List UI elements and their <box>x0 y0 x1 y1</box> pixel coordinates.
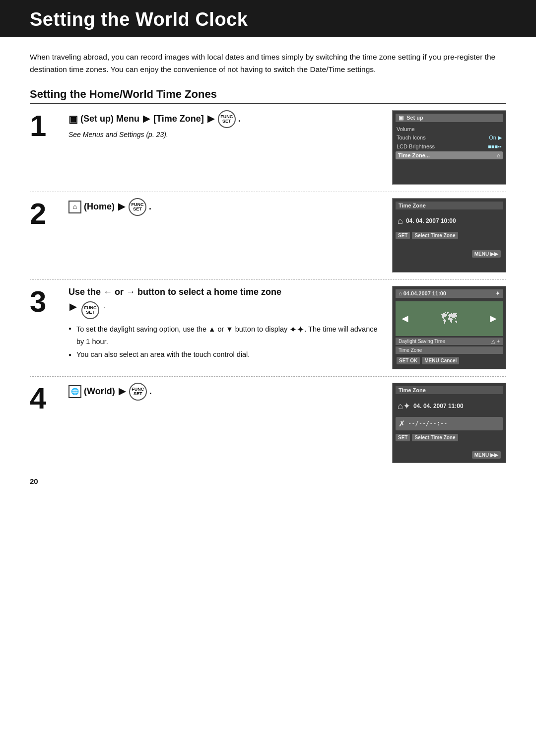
arrow-right-icon-2: ▶ <box>207 113 214 125</box>
scr3-cancel-btn: MENU Cancel <box>422 357 459 364</box>
step-3: 3 Use the ← or → button to select a home… <box>30 280 506 377</box>
scr2-buttons: SET Select Time Zone <box>396 231 503 240</box>
func-set-icon-2: FUNCSET <box>129 198 146 216</box>
func-set-icon-1: FUNCSET <box>218 110 236 128</box>
step-1: 1 ▣ (Set up) Menu ▶ [Time Zone] ▶ FUNCSE… <box>30 104 506 192</box>
scr2-set-btn: SET <box>396 232 410 239</box>
step-1-number: 1 <box>30 110 65 141</box>
scr3-datetime: ⌂ 04.04.2007 11:00✦ <box>396 289 503 298</box>
scr2-home-icon: ⌂ <box>398 216 403 226</box>
step-1-setup-text: (Set up) Menu <box>80 113 139 123</box>
scr3-set-btn: SET OK <box>397 357 420 364</box>
step-3-period2: . <box>103 301 105 310</box>
step-3-sub: ▶ FUNCSET . <box>68 301 382 319</box>
func-set-icon-4: FUNCSET <box>129 383 147 401</box>
page-number: 20 <box>30 477 506 485</box>
step-3-heading: Use the ← or → button to select a home t… <box>68 287 281 297</box>
step-3-arrow: ▶ <box>69 301 76 312</box>
step-2-home-text: (Home) <box>84 201 115 211</box>
scr2-home-row: ⌂ 04. 04. 2007 10:00 <box>396 213 503 229</box>
scr2-title: Time Zone <box>396 202 503 209</box>
step-4-period: . <box>149 386 152 396</box>
step-3-bullet-1: To set the daylight saving option, use t… <box>68 323 382 347</box>
intro-text: When traveling abroad, you can record im… <box>30 51 506 76</box>
scr4-dashes: --/--/--:-- <box>408 420 447 427</box>
step-3-content: Use the ← or → button to select a home t… <box>65 286 392 362</box>
scr4-select-btn: Select Time Zone <box>412 434 458 441</box>
scr2-select-btn: Select Time Zone <box>412 232 458 239</box>
step-3-instruction: Use the ← or → button to select a home t… <box>68 286 382 298</box>
scr1-touch-icons: Touch IconsOn ▶ <box>396 134 503 141</box>
step-1-instruction: ▣ (Set up) Menu ▶ [Time Zone] ▶ FUNCSET … <box>68 110 382 140</box>
step-1-screenshot: ▣ Set up Volume Touch IconsOn ▶ LCD Brig… <box>392 110 506 185</box>
scr2-datetime: 04. 04. 2007 10:00 <box>406 217 456 224</box>
step-1-see-note: See Menus and Settings (p. 23). <box>68 130 382 140</box>
step-2-period: . <box>149 201 151 211</box>
page-title: Setting the World Clock <box>30 9 506 30</box>
scr1-title: ▣ Set up <box>396 114 503 122</box>
step-4-content: 🌐 (World) ▶ FUNCSET . <box>65 383 392 404</box>
scr4-home-row: ⌂✦ 04. 04. 2007 11:00 <box>396 398 503 414</box>
scr4-home-icon: ⌂✦ <box>398 401 410 412</box>
scr3-buttons: SET OK MENU Cancel <box>396 355 503 366</box>
arrow-right-icon-1: ▶ <box>143 113 150 125</box>
world-icon: 🌐 <box>68 385 81 398</box>
step-2-number: 2 <box>30 198 65 229</box>
step-2-instruction: ⌂ (Home) ▶ FUNCSET . <box>68 198 382 216</box>
scr2-menu-btn: MENU ▶▶ <box>472 250 501 258</box>
step-3-bullets: To set the daylight saving option, use t… <box>68 323 382 360</box>
step-3-bullet-2: You can also select an area with the tou… <box>68 349 382 360</box>
step-3-number: 3 <box>30 286 65 317</box>
setup-menu-icon: ▣ <box>68 114 78 125</box>
func-set-icon-3: FUNCSET <box>81 301 99 319</box>
scr1-lcd-brightness: LCD Brightness■■■▪▪ <box>396 143 503 150</box>
scr4-title: Time Zone <box>396 386 503 394</box>
scr4-set-btn: SET <box>396 434 410 441</box>
home-icon: ⌂ <box>68 201 81 213</box>
scr4-world-x: ✗ <box>399 419 405 428</box>
scr3-right-arrow: ► <box>488 312 499 325</box>
step-4: 4 🌐 (World) ▶ FUNCSET . Time Zone ⌂✦ 04.… <box>30 377 506 470</box>
step-3-screenshot: ⌂ 04.04.2007 11:00✦ ◄ 🗺 ► Daylight Savin… <box>392 286 506 369</box>
title-bar: Setting the World Clock <box>0 0 536 37</box>
scr3-map: 🗺 <box>441 309 457 328</box>
scr4-datetime: 04. 04. 2007 11:00 <box>413 403 464 410</box>
scr3-saving: Daylight Saving Time△ + <box>396 338 503 345</box>
scr1-volume: Volume <box>396 126 503 133</box>
scr3-left-arrow: ◄ <box>400 312 410 325</box>
scr4-world-row: ✗ --/--/--:-- <box>396 417 503 430</box>
step-2-content: ⌂ (Home) ▶ FUNCSET . <box>65 198 392 219</box>
step-4-screenshot: Time Zone ⌂✦ 04. 04. 2007 11:00 ✗ --/--/… <box>392 383 506 463</box>
section-heading: Setting the Home/World Time Zones <box>30 88 506 104</box>
sunstar-icon: ✦✦ <box>289 323 304 337</box>
step-4-instruction: 🌐 (World) ▶ FUNCSET . <box>68 383 382 401</box>
step-2-screenshot: Time Zone ⌂ 04. 04. 2007 10:00 SET Selec… <box>392 198 506 273</box>
step-2: 2 ⌂ (Home) ▶ FUNCSET . Time Zone ⌂ 04. 0… <box>30 192 506 280</box>
arrow-right-icon-4: ▶ <box>119 385 126 398</box>
step-4-number: 4 <box>30 383 65 413</box>
scr1-time-zone: Time Zone...⌂ <box>396 151 503 159</box>
step-1-period: . <box>238 113 241 123</box>
step-1-content: ▣ (Set up) Menu ▶ [Time Zone] ▶ FUNCSET … <box>65 110 392 143</box>
step-4-world-text: (World) <box>84 386 115 396</box>
step-1-time-zone: [Time Zone] <box>153 113 204 123</box>
scr3-zone: Time Zone <box>396 346 503 354</box>
page-wrapper: Setting the World Clock When traveling a… <box>0 0 536 756</box>
arrow-right-icon-3: ▶ <box>118 201 125 213</box>
scr4-menu-btn: MENU ▶▶ <box>472 451 501 459</box>
scr4-buttons: SET Select Time Zone <box>396 433 503 442</box>
